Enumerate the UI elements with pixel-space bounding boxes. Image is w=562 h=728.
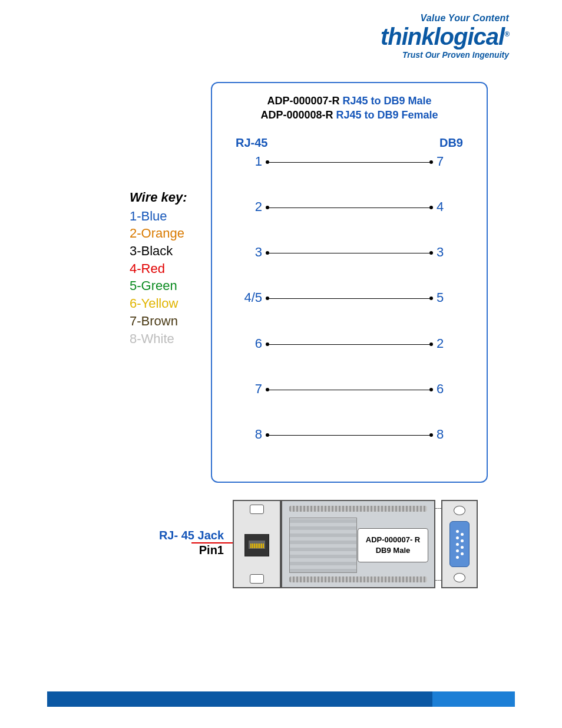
dot-icon	[429, 388, 433, 391]
wire-key-item: 2-Orange	[130, 225, 187, 242]
pin1-text: Pin1	[199, 543, 224, 556]
pin-right-value: 7	[437, 154, 466, 169]
rj45-port-opening	[249, 541, 265, 549]
pin-mapping-row: 76	[227, 381, 472, 399]
wire-key-item: 7-Brown	[130, 312, 187, 330]
diagram-titles: ADP-000007-R RJ45 to DB9 Male ADP-000008…	[212, 94, 487, 123]
wire-key-item: 3-Black	[130, 242, 187, 260]
pin-mapping-line	[269, 390, 429, 390]
pin-mapping-area: 1724334/55627688	[227, 154, 472, 471]
db9-pin-icon	[456, 530, 459, 533]
adapter-body-label-line2: DB9 Male	[358, 545, 428, 556]
column-header-db9: DB9	[439, 136, 463, 150]
logo-tagline-bottom: Trust Our Proven Ingenuity	[381, 50, 509, 60]
wire-key-title: Wire key:	[130, 189, 187, 206]
pin-left-value: 8	[233, 427, 262, 442]
rj45-port	[244, 534, 269, 556]
pin-mapping-line	[269, 162, 429, 163]
dot-icon	[429, 251, 433, 255]
db9-pin-icon	[456, 543, 459, 546]
column-header-rj45: RJ-45	[236, 136, 267, 150]
title-2-partnum: ADP-000008-R	[260, 109, 333, 121]
adapter-body: ADP-000007- R DB9 Male	[281, 500, 435, 588]
adapter-top-rail	[289, 506, 427, 512]
screw-icon	[250, 505, 264, 514]
pin-left-value: 6	[233, 336, 262, 351]
logo-brand: thinklogical®	[381, 24, 509, 50]
wire-key-item: 5-Green	[130, 277, 187, 295]
rj45-jack-block	[233, 500, 281, 588]
pin-mapping-line	[269, 298, 429, 299]
pin-mapping-row: 17	[227, 154, 472, 172]
adapter-body-label-line1: ADP-000007- R	[358, 535, 428, 545]
pin-mapping-row: 88	[227, 427, 472, 444]
wire-key-item: 6-Yellow	[130, 295, 187, 312]
db9-pin-icon	[461, 546, 464, 549]
pin-mapping-row: 33	[227, 245, 472, 262]
db9-pin-icon	[461, 533, 464, 536]
db9-pin-icon	[461, 552, 464, 555]
connector-break-line	[435, 508, 441, 509]
rj45-pin-icon	[256, 543, 257, 548]
dot-icon	[429, 160, 433, 164]
db9-pin-icon	[456, 549, 459, 552]
pin-mapping-line	[269, 207, 429, 208]
rj45-pin-icon	[252, 543, 253, 548]
pin-mapping-row: 62	[227, 336, 472, 354]
pin1-rj45-text: RJ- 45 Jack	[159, 529, 224, 542]
db9-connector-block	[441, 500, 478, 588]
pin-right-value: 5	[437, 290, 466, 305]
db9-pin-icon	[461, 539, 464, 542]
title-2-desc: RJ45 to DB9 Female	[336, 109, 438, 121]
adapter-illustration: ADP-000007- R DB9 Male	[233, 500, 492, 588]
rj45-pin-icon	[263, 543, 264, 548]
connector-break-line	[435, 580, 441, 581]
dot-icon	[429, 206, 433, 209]
screw-icon	[250, 574, 264, 584]
wire-key-item: 4-Red	[130, 260, 187, 278]
wire-key-item: 8-White	[130, 330, 187, 348]
pin-left-value: 3	[233, 245, 262, 260]
dot-icon	[429, 342, 433, 346]
footer-bar-accent	[432, 691, 515, 707]
pin-right-value: 6	[437, 381, 466, 397]
pin-left-value: 1	[233, 154, 262, 169]
db9-pin-icon	[456, 536, 459, 539]
logo-tagline-top: Value Your Content	[381, 13, 509, 24]
rj45-pin-icon	[259, 543, 260, 548]
logo-brand-text: thinklogical	[381, 24, 504, 50]
wire-key-legend: Wire key: 1-Blue2-Orange3-Black4-Red5-Gr…	[130, 189, 187, 347]
registered-icon: ®	[504, 30, 509, 38]
screw-icon	[454, 573, 465, 582]
title-1-desc: RJ45 to DB9 Male	[343, 95, 432, 107]
pin-right-value: 4	[437, 199, 466, 215]
title-1-partnum: ADP-000007-R	[267, 95, 339, 107]
wire-key-item: 1-Blue	[130, 207, 187, 225]
pin-mapping-row: 24	[227, 199, 472, 217]
pin-right-value: 8	[437, 427, 466, 442]
pin-mapping-line	[269, 435, 429, 436]
pin-left-value: 2	[233, 199, 262, 215]
pin-mapping-line	[269, 253, 429, 253]
page: Value Your Content thinklogical® Trust O…	[0, 0, 562, 728]
rj45-pin-icon	[257, 543, 259, 548]
adapter-grille	[289, 518, 357, 573]
adapter-body-label: ADP-000007- R DB9 Male	[358, 528, 428, 562]
rj45-pin-icon	[254, 543, 255, 548]
pin-mapping-line	[269, 344, 429, 345]
dot-icon	[429, 297, 433, 300]
adapter-bottom-rail	[289, 577, 427, 582]
pin-mapping-row: 4/55	[227, 290, 472, 308]
db9-pin-icon	[456, 556, 459, 559]
dot-icon	[429, 433, 433, 437]
pinout-diagram-box: ADP-000007-R RJ45 to DB9 Male ADP-000008…	[211, 82, 488, 483]
screw-icon	[454, 506, 465, 515]
rj45-pin-icon	[250, 543, 252, 548]
pin-right-value: 3	[437, 245, 466, 260]
pin-right-value: 2	[437, 336, 466, 351]
pin-left-value: 4/5	[233, 290, 262, 305]
pin-left-value: 7	[233, 381, 262, 397]
brand-logo-block: Value Your Content thinklogical® Trust O…	[381, 13, 509, 60]
db9-shell	[449, 521, 470, 567]
rj45-pin-icon	[261, 543, 262, 548]
